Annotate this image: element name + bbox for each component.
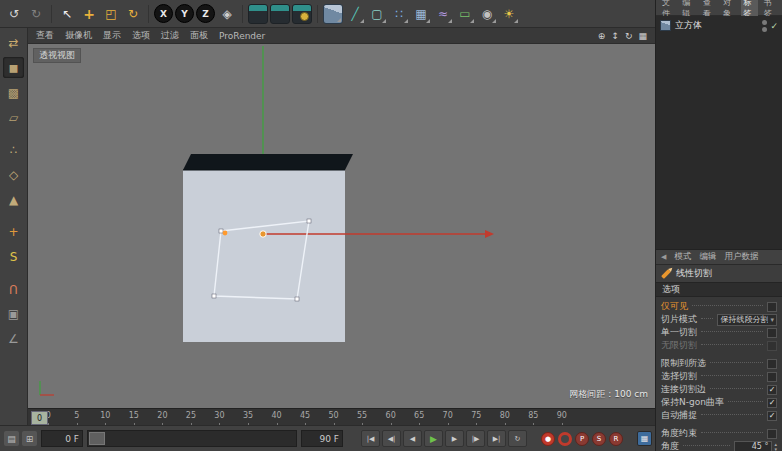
redo-icon[interactable]: ↻ <box>26 4 46 24</box>
enable-axis-icon[interactable]: + <box>3 221 24 242</box>
timeline-ruler[interactable]: 0 051015202530354045505560657075808590 <box>28 409 576 426</box>
model-mode-icon[interactable]: ◼ <box>3 57 24 78</box>
timeline-tick[interactable]: 35 <box>234 409 263 426</box>
current-frame-marker[interactable]: 0 <box>31 411 48 425</box>
current-frame-field[interactable]: 0 F <box>41 430 83 447</box>
timeline[interactable]: 0 051015202530354045505560657075808590 <box>28 408 655 426</box>
viewport-menu-item[interactable]: ProRender <box>219 31 265 41</box>
single-cut-checkbox[interactable] <box>767 328 777 338</box>
record-position-button[interactable]: P <box>575 432 589 446</box>
x-axis-arrow-icon[interactable] <box>485 230 494 238</box>
timeline-tick[interactable]: 75 <box>462 409 491 426</box>
undo-icon[interactable]: ↺ <box>4 4 24 24</box>
pan-view-icon[interactable]: ⊕ <box>598 31 606 41</box>
spline-pen-icon[interactable]: ╱ <box>345 4 365 24</box>
z-axis-lock-button[interactable]: Z <box>196 4 215 23</box>
cube-front-face[interactable] <box>183 170 345 342</box>
angle-field[interactable]: 45 ° <box>734 441 772 451</box>
timeline-tick[interactable]: 15 <box>120 409 149 426</box>
viewport-canvas[interactable]: 透视视图 网格间距：100 cm <box>28 44 655 409</box>
y-axis-lock-button[interactable]: Y <box>175 4 194 23</box>
rotate-view-icon[interactable]: ↻ <box>625 31 633 41</box>
restrict-to-selection-checkbox[interactable] <box>767 359 777 369</box>
nav-back-icon[interactable]: ◀ <box>661 253 666 261</box>
timeline-tick[interactable]: 40 <box>262 409 291 426</box>
next-key-button[interactable]: |▶ <box>466 430 485 447</box>
toggle-views-icon[interactable]: ▦ <box>638 31 647 41</box>
timeline-tick[interactable]: 20 <box>148 409 177 426</box>
viewport-menu-item[interactable]: 面板 <box>190 29 208 42</box>
x-axis-lock-button[interactable]: X <box>154 4 173 23</box>
attributes-menu-item[interactable]: 编辑 <box>699 251 716 263</box>
timeline-tick[interactable]: 25 <box>177 409 206 426</box>
timeline-tick[interactable]: 70 <box>433 409 462 426</box>
simulate-icon[interactable]: ≈ <box>433 4 453 24</box>
object-axis-center[interactable] <box>260 231 266 237</box>
timeline-tick[interactable]: 80 <box>491 409 520 426</box>
primitive-cube-icon[interactable] <box>323 4 343 24</box>
volume-icon[interactable]: ▦ <box>411 4 431 24</box>
viewport-solo-icon[interactable]: S <box>3 246 24 267</box>
subdivision-surface-icon[interactable]: ▢ <box>367 4 387 24</box>
prev-key-button[interactable]: ◀| <box>382 430 401 447</box>
viewport-menu-item[interactable]: 过滤 <box>161 29 179 42</box>
texture-mode-icon[interactable]: ▩ <box>3 82 24 103</box>
angle-constrain-checkbox[interactable] <box>767 429 777 439</box>
timeline-tick[interactable]: 55 <box>348 409 377 426</box>
cut-vertex-handle[interactable] <box>219 229 223 233</box>
frame-range-slider[interactable] <box>87 430 297 447</box>
loop-button[interactable]: ↻ <box>508 430 527 447</box>
workplane-mode-icon[interactable]: ▱ <box>3 107 24 128</box>
visible-only-checkbox[interactable] <box>767 302 777 312</box>
object-name[interactable]: 立方体 <box>675 19 702 32</box>
timeline-tick[interactable]: 50 <box>319 409 348 426</box>
cut-vertex-handle[interactable] <box>212 294 216 298</box>
workplane-lock-icon[interactable]: ▣ <box>3 303 24 324</box>
live-selection-icon[interactable]: ↖ <box>57 4 77 24</box>
points-mode-icon[interactable]: ∴ <box>3 139 24 160</box>
attributes-menu-item[interactable]: 模式 <box>674 251 691 263</box>
object-row-cube[interactable]: 立方体 ✓ <box>656 16 782 35</box>
autokey-button[interactable] <box>558 432 572 446</box>
timeline-tick[interactable]: 5 <box>63 409 92 426</box>
move-tool-icon[interactable]: + <box>79 4 99 24</box>
keyframe-selection-icon[interactable]: ▦ <box>637 431 652 446</box>
prev-frame-button[interactable]: ◀ <box>403 430 422 447</box>
material-manager-icon[interactable]: ▤ <box>4 431 19 446</box>
object-manager[interactable]: 立方体 ✓ <box>656 16 782 250</box>
record-keyframe-button[interactable]: ● <box>541 432 555 446</box>
viewport-menu-item[interactable]: 查看 <box>36 29 54 42</box>
snap-icon[interactable]: U <box>3 278 24 299</box>
play-button[interactable]: ▶ <box>424 430 443 447</box>
rotate-tool-icon[interactable]: ↻ <box>123 4 143 24</box>
render-visibility-dot[interactable] <box>762 27 767 32</box>
select-cuts-checkbox[interactable] <box>767 372 777 382</box>
coordinates-panel-icon[interactable]: ⊞ <box>22 431 37 446</box>
mograph-icon[interactable]: ∷ <box>389 4 409 24</box>
convert-object-icon[interactable]: ⇄ <box>3 32 24 53</box>
viewport-menu-item[interactable]: 显示 <box>103 29 121 42</box>
connect-cut-edges-checkbox[interactable]: ✓ <box>767 385 777 395</box>
visibility-dots[interactable] <box>762 20 767 32</box>
render-view-icon[interactable] <box>248 4 268 24</box>
goto-end-button[interactable]: ▶| <box>487 430 506 447</box>
timeline-tick[interactable]: 10 <box>91 409 120 426</box>
polygons-mode-icon[interactable]: ▲ <box>3 189 24 210</box>
slice-mode-dropdown[interactable]: 保持线段分割▾ <box>717 314 777 326</box>
scale-tool-icon[interactable]: ◰ <box>101 4 121 24</box>
scene-svg[interactable] <box>28 44 655 409</box>
options-section-header[interactable]: 选项 <box>656 282 782 297</box>
cut-vertex-handle[interactable] <box>295 297 299 301</box>
preserve-ngon-curvature-checkbox[interactable]: ✓ <box>767 398 777 408</box>
cut-vertex-handle[interactable] <box>307 219 311 223</box>
attributes-menu-item[interactable]: 用户数据 <box>724 251 758 263</box>
enabled-check-icon[interactable]: ✓ <box>770 21 778 31</box>
environment-floor-icon[interactable]: ▭ <box>455 4 475 24</box>
next-frame-button[interactable]: ▶ <box>445 430 464 447</box>
edges-mode-icon[interactable]: ◇ <box>3 164 24 185</box>
frame-slider-handle[interactable] <box>89 432 105 445</box>
editor-visibility-dot[interactable] <box>762 20 767 25</box>
end-frame-field[interactable]: 90 F <box>301 430 343 447</box>
viewport-menu-item[interactable]: 摄像机 <box>65 29 92 42</box>
quantize-icon[interactable]: ∠ <box>3 328 24 349</box>
